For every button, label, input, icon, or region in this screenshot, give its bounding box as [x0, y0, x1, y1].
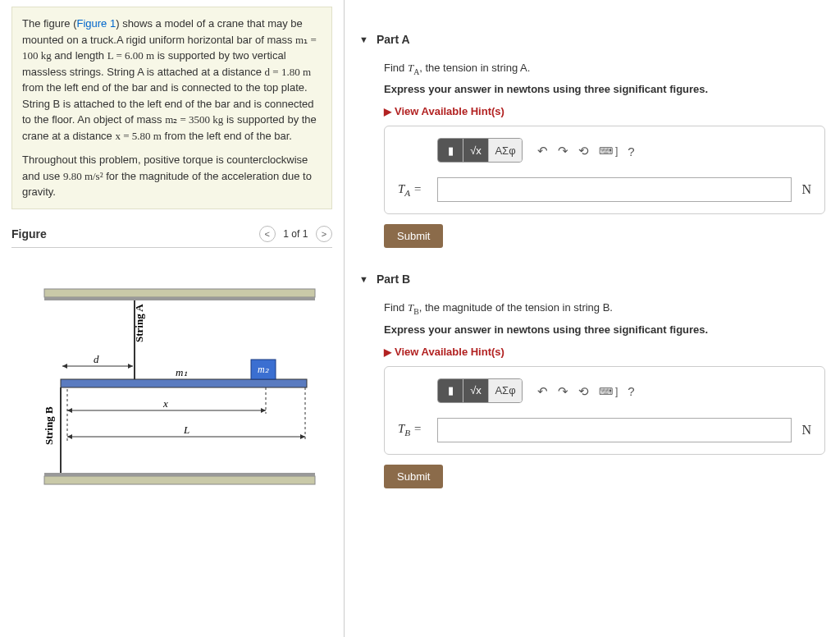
part-b-answer-label: TB = [398, 422, 437, 438]
svg-rect-0 [44, 289, 315, 297]
part-a: ▼ Part A Find TA, the tension in string … [359, 33, 825, 248]
redo-icon[interactable]: ↷ [558, 144, 568, 158]
part-a-answer-box: ▮ √x ΑΣφ ↶ ↷ ⟲ ⌨ ] ? TA = [384, 126, 825, 214]
reset-icon[interactable]: ⟲ [578, 144, 589, 158]
help-icon[interactable]: ? [628, 144, 634, 158]
reset-icon[interactable]: ⟲ [578, 384, 589, 399]
undo-icon[interactable]: ↶ [537, 384, 548, 399]
svg-rect-6 [61, 379, 307, 387]
m2-label: m₂ [258, 364, 270, 375]
problem-statement: The figure (Figure 1) shows a model of a… [11, 7, 332, 209]
svg-rect-1 [44, 297, 315, 300]
part-b-express: Express your answer in newtons using thr… [384, 323, 825, 337]
svg-marker-13 [261, 408, 266, 413]
tool-sqrt-icon[interactable]: √x [463, 379, 489, 402]
part-b-answer-box: ▮ √x ΑΣφ ↶ ↷ ⟲ ⌨ ] ? TB = [384, 366, 825, 455]
svg-marker-9 [62, 364, 67, 369]
part-a-answer-input[interactable] [437, 177, 792, 202]
part-a-unit: N [801, 182, 811, 197]
x-label: x [162, 397, 168, 410]
part-b: ▼ Part B Find TB, the magnitude of the t… [359, 273, 825, 488]
help-icon[interactable]: ? [628, 384, 634, 398]
l-label: L [183, 424, 189, 436]
tool-sqrt-icon[interactable]: √x [463, 139, 489, 162]
d-label: d [94, 353, 99, 365]
figure-heading: Figure [11, 227, 47, 241]
m1-label: m₁ [176, 366, 188, 378]
problem-text: The figure ( [22, 17, 76, 30]
right-column: ▼ Part A Find TA, the tension in string … [345, 0, 840, 637]
part-a-express: Express your answer in newtons using thr… [384, 82, 825, 97]
part-a-submit-button[interactable]: Submit [384, 224, 443, 248]
tool-template-icon[interactable]: ▮ [438, 139, 463, 162]
svg-rect-2 [44, 476, 315, 484]
undo-icon[interactable]: ↶ [537, 144, 548, 158]
tool-greek-icon[interactable]: ΑΣφ [489, 139, 522, 162]
string-b-label: String B [43, 406, 55, 445]
figure-header: Figure < 1 of 1 > [11, 226, 332, 248]
collapse-icon[interactable]: ▼ [359, 34, 368, 44]
string-a-label: String A [133, 303, 145, 341]
figure-diagram: String A String B m₂ d m₁ [11, 264, 332, 497]
prev-figure-button[interactable]: < [259, 226, 276, 242]
next-figure-button[interactable]: > [316, 226, 332, 242]
svg-marker-18 [300, 434, 305, 439]
formula-toolbar: ▮ √x ΑΣφ [437, 138, 523, 163]
part-b-title: Part B [377, 273, 410, 286]
figure-link[interactable]: Figure 1 [76, 17, 116, 30]
part-a-title: Part A [377, 33, 410, 46]
svg-marker-12 [67, 408, 72, 413]
svg-rect-3 [44, 473, 315, 476]
part-b-submit-button[interactable]: Submit [384, 465, 443, 488]
svg-marker-10 [128, 364, 133, 369]
tool-template-icon[interactable]: ▮ [438, 379, 463, 402]
part-a-hints-link[interactable]: ▶View Available Hint(s) [384, 105, 825, 117]
figure-count: 1 of 1 [283, 228, 308, 240]
redo-icon[interactable]: ↷ [558, 384, 568, 399]
part-b-prompt: Find TB, the magnitude of the tension in… [384, 300, 825, 317]
part-b-hints-link[interactable]: ▶View Available Hint(s) [384, 346, 825, 358]
left-column: The figure (Figure 1) shows a model of a… [0, 0, 345, 637]
tool-greek-icon[interactable]: ΑΣφ [489, 379, 522, 402]
formula-toolbar: ▮ √x ΑΣφ [437, 378, 523, 403]
keyboard-icon[interactable]: ⌨ ] [599, 386, 619, 397]
part-a-prompt: Find TA, the tension in string A. [384, 61, 825, 77]
keyboard-icon[interactable]: ⌨ ] [599, 145, 619, 157]
svg-marker-17 [67, 434, 72, 439]
collapse-icon[interactable]: ▼ [359, 274, 368, 284]
part-b-answer-input[interactable] [437, 418, 792, 442]
part-b-unit: N [801, 423, 811, 438]
part-a-answer-label: TA = [398, 182, 437, 198]
